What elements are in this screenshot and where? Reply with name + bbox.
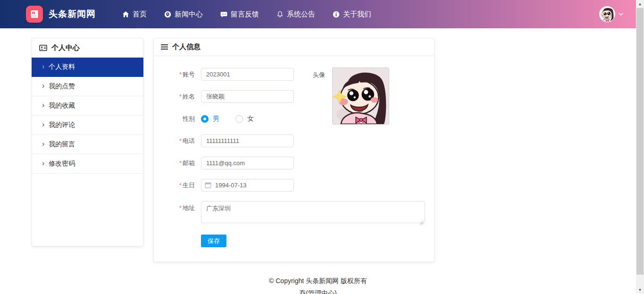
email-label: *邮箱 xyxy=(154,159,201,168)
required-marker: * xyxy=(179,71,182,78)
sidebar-header: 个人中心 xyxy=(32,38,143,58)
name-input[interactable] xyxy=(201,90,294,103)
phone-row: *电话 xyxy=(154,134,434,147)
address-textarea[interactable]: 广东深圳 xyxy=(201,201,425,223)
panel-header: 个人信息 xyxy=(154,38,434,56)
sidebar-item-profile[interactable]: › 个人资料 xyxy=(32,58,143,77)
profile-form: *账号 *姓名 性别 男 女 *电话 xyxy=(154,56,434,247)
nav-item-label: 新闻中心 xyxy=(175,10,203,19)
nav-item-label: 首页 xyxy=(133,10,147,19)
chevron-right-icon: › xyxy=(42,140,44,148)
sidebar-item-likes[interactable]: › 我的点赞 xyxy=(32,77,143,96)
address-row: *地址 广东深圳 xyxy=(154,201,434,225)
avatar-label: 头像 xyxy=(313,71,325,79)
calendar-icon xyxy=(205,182,211,188)
address-textarea-wrap: 广东深圳 xyxy=(201,201,425,225)
chevron-right-icon: › xyxy=(42,121,44,128)
gender-option-female[interactable]: 女 xyxy=(235,115,254,123)
nav-item-feedback[interactable]: 留言反馈 xyxy=(220,10,259,19)
save-button[interactable]: 保存 xyxy=(201,235,226,247)
top-navbar: 头条新闻网 首页 新闻中心 留言反馈 xyxy=(0,0,636,28)
newspaper-logo-icon xyxy=(26,6,43,23)
nav-item-news-center[interactable]: 新闻中心 xyxy=(164,10,203,19)
sidebar-item-label: 我的点赞 xyxy=(49,82,75,91)
account-row: *账号 xyxy=(154,68,434,81)
scroll-down-arrow-icon[interactable]: ▼ xyxy=(636,286,644,294)
menu-lines-icon xyxy=(161,44,168,50)
scroll-up-arrow-icon[interactable]: ▲ xyxy=(636,0,644,8)
nav-item-label: 关于我们 xyxy=(343,10,371,19)
user-avatar[interactable] xyxy=(599,6,615,22)
gender-option-male[interactable]: 男 xyxy=(201,115,219,123)
radio-unchecked-icon[interactable] xyxy=(235,115,243,123)
name-row: *姓名 xyxy=(154,90,434,103)
radio-checked-icon[interactable] xyxy=(201,115,209,123)
email-row: *邮箱 xyxy=(154,157,434,169)
profile-info-panel: 个人信息 *账号 *姓名 性别 男 女 *电话 xyxy=(153,38,435,262)
sidebar-item-messages[interactable]: › 我的留言 xyxy=(32,135,143,154)
footer-copyright: © Copyright 头条新闻网 版权所有 xyxy=(0,277,636,286)
nav-item-home[interactable]: 首页 xyxy=(122,10,147,19)
gender-option-label: 男 xyxy=(213,115,219,123)
sidebar-item-comments[interactable]: › 我的评论 xyxy=(32,116,143,135)
birthday-label: *生日 xyxy=(154,181,201,190)
sidebar-item-label: 我的留言 xyxy=(49,140,75,149)
sidebar-item-label: 修改密码 xyxy=(49,160,75,168)
chevron-right-icon: › xyxy=(42,101,44,109)
sidebar-item-label: 个人资料 xyxy=(49,63,75,71)
sidebar-item-label: 我的收藏 xyxy=(49,101,75,110)
nav-item-about[interactable]: 关于我们 xyxy=(333,10,371,19)
birthday-row: *生日 xyxy=(154,179,434,192)
sidebar-item-favorites[interactable]: › 我的收藏 xyxy=(32,96,143,116)
address-label: *地址 xyxy=(154,204,201,212)
vertical-scrollbar[interactable]: ▲ ▼ xyxy=(636,0,644,294)
nav-item-label: 系统公告 xyxy=(287,10,315,19)
id-card-icon xyxy=(39,44,47,51)
sidebar-item-change-password[interactable]: › 修改密码 xyxy=(32,154,143,174)
user-menu[interactable] xyxy=(599,6,624,22)
location-globe-icon xyxy=(164,11,171,18)
account-input[interactable] xyxy=(201,68,294,81)
chevron-right-icon: › xyxy=(42,82,44,90)
phone-label: *电话 xyxy=(154,137,201,145)
gender-label: 性别 xyxy=(154,115,201,123)
phone-input[interactable] xyxy=(201,134,294,147)
required-marker: * xyxy=(179,160,182,167)
profile-avatar-image[interactable] xyxy=(332,67,389,125)
panel-title: 个人信息 xyxy=(172,42,201,51)
nav-item-announcements[interactable]: 系统公告 xyxy=(276,10,315,19)
bell-icon xyxy=(276,11,284,18)
gender-radio-group: 男 女 xyxy=(201,115,254,123)
brand-title: 头条新闻网 xyxy=(49,8,96,20)
required-marker: * xyxy=(179,182,182,189)
chevron-right-icon: › xyxy=(42,63,44,70)
birthday-input[interactable] xyxy=(201,179,294,192)
sidebar-item-label: 我的评论 xyxy=(49,121,75,129)
account-label: *账号 xyxy=(154,70,201,79)
scrollbar-thumb[interactable] xyxy=(636,8,644,275)
nav-menu: 首页 新闻中心 留言反馈 xyxy=(122,10,371,19)
nav-item-label: 留言反馈 xyxy=(231,10,259,19)
sidebar-title: 个人中心 xyxy=(51,43,80,52)
name-label: *姓名 xyxy=(154,92,201,101)
required-marker: * xyxy=(179,137,182,144)
personal-center-panel: 个人中心 › 个人资料 › 我的点赞 › 我的收藏 › 我的评论 › 我的留言 … xyxy=(32,38,143,246)
required-marker: * xyxy=(179,204,182,211)
info-icon xyxy=(333,11,340,18)
comment-icon xyxy=(220,11,227,18)
brand[interactable]: 头条新闻网 xyxy=(26,6,96,23)
home-icon xyxy=(122,11,129,18)
chevron-right-icon: › xyxy=(42,160,44,167)
chevron-down-icon xyxy=(618,11,624,17)
email-input[interactable] xyxy=(201,157,294,169)
required-marker: * xyxy=(179,93,182,100)
footer-partial-line: 乔(管理中心) xyxy=(0,289,636,294)
gender-row: 性别 男 女 xyxy=(154,112,434,125)
gender-option-label: 女 xyxy=(247,115,254,123)
birthday-date-picker[interactable] xyxy=(201,179,294,192)
